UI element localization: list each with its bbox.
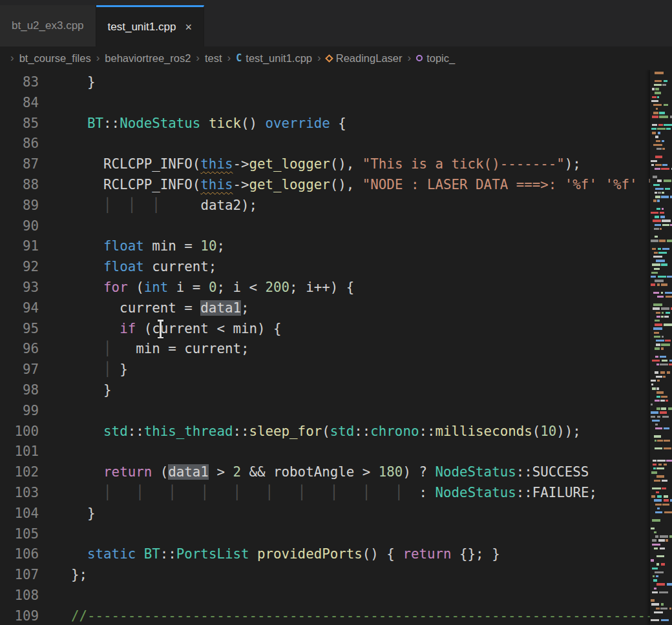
breadcrumb-bar: ›bt_course_files›behaviortree_ros2›test›… <box>0 46 672 70</box>
cpp-icon: C <box>236 52 242 64</box>
line-number: 109 <box>0 606 39 625</box>
code-line-106[interactable]: 106 static BT::PortsList providedPorts()… <box>0 544 672 565</box>
breadcrumb-item-behaviortree_ros2[interactable]: behaviortree_ros2 <box>105 52 191 65</box>
code-line-107[interactable]: 107}; <box>0 565 672 586</box>
breadcrumb-label: bt_course_files <box>19 52 91 65</box>
line-number: 96 <box>0 339 39 360</box>
tab-bt_u2_ex3.cpp[interactable]: bt_u2_ex3.cpp <box>0 5 96 46</box>
code-text: float current; <box>71 257 216 278</box>
line-number: 100 <box>0 422 39 442</box>
code-line-96[interactable]: 96 │ min = current; <box>0 339 672 360</box>
code-line-99[interactable]: 99 <box>0 401 672 422</box>
tab-test_unit1.cpp[interactable]: test_unit1.cpp× <box>96 5 204 46</box>
editor[interactable]: 83 }8485 BT::NodeStatus tick() override … <box>0 70 672 625</box>
code-text: RCLCPP_INFO(this->get_logger(), "This is… <box>71 154 581 175</box>
code-text: //--------------------------------------… <box>71 606 672 625</box>
breadcrumb-label: ReadingLaser <box>336 52 403 65</box>
chevron-right-icon: › <box>317 52 321 65</box>
line-number: 85 <box>0 114 39 134</box>
code-text: │ min = current; <box>71 339 249 360</box>
breadcrumb-item-test_unit1.cpp[interactable]: Ctest_unit1.cpp <box>236 52 312 65</box>
code-lines: 83 }8485 BT::NodeStatus tick() override … <box>0 70 672 625</box>
line-number: 104 <box>0 504 39 524</box>
line-number: 106 <box>0 544 39 565</box>
code-line-86[interactable]: 86 <box>0 134 672 154</box>
code-text: float min = 10; <box>71 236 225 257</box>
line-number: 102 <box>0 462 39 483</box>
code-text: } <box>71 380 112 401</box>
line-number: 83 <box>0 72 39 93</box>
code-line-92[interactable]: 92 float current; <box>0 257 672 278</box>
line-number: 107 <box>0 565 39 586</box>
code-line-109[interactable]: 109//-----------------------------------… <box>0 606 672 625</box>
tab-bar: bt_u2_ex3.cpptest_unit1.cpp× <box>0 0 672 46</box>
code-text: } <box>71 504 96 524</box>
code-text: return (data1 > 2 && robotAngle > 180) ?… <box>71 462 589 483</box>
symbol-icon <box>416 55 423 61</box>
code-line-93[interactable]: 93 for (int i = 0; i < 200; i++) { <box>0 278 672 298</box>
code-text: BT::NodeStatus tick() override { <box>71 114 346 134</box>
code-text: }; <box>71 565 87 586</box>
tab-label: bt_u2_ex3.cpp <box>12 19 84 32</box>
chevron-right-icon: › <box>96 52 100 65</box>
code-line-89[interactable]: 89 │ │ │ data2); <box>0 196 672 216</box>
code-text: current = data1; <box>71 298 249 319</box>
line-number: 98 <box>0 380 39 401</box>
line-number: 105 <box>0 524 39 545</box>
breadcrumb-label: behaviortree_ros2 <box>105 52 191 65</box>
minimap[interactable] <box>650 70 672 625</box>
line-number: 95 <box>0 319 39 340</box>
code-line-103[interactable]: 103 │ │ │ │ │ │ │ │ │ │ : NodeStatus::FA… <box>0 483 672 504</box>
breadcrumb-item-bt_course_files[interactable]: bt_course_files <box>19 52 91 65</box>
line-number: 88 <box>0 175 39 196</box>
code-text: std::this_thread::sleep_for(std::chrono:… <box>71 422 581 442</box>
line-number: 93 <box>0 278 39 298</box>
code-line-91[interactable]: 91 float min = 10; <box>0 236 672 257</box>
line-number: 97 <box>0 360 39 380</box>
chevron-right-icon: › <box>10 52 14 65</box>
tab-label: test_unit1.cpp <box>108 21 176 34</box>
code-line-94[interactable]: 94 current = data1; <box>0 298 672 319</box>
code-text: if (current < min) { <box>71 319 282 340</box>
code-line-108[interactable]: 108 <box>0 586 672 606</box>
breadcrumb-item-test[interactable]: test <box>205 52 222 65</box>
breadcrumb: ›bt_course_files›behaviortree_ros2›test›… <box>5 52 455 65</box>
breadcrumb-label: test_unit1.cpp <box>246 52 312 65</box>
code-line-97[interactable]: 97 │ } <box>0 360 672 380</box>
chevron-right-icon: › <box>407 52 411 65</box>
breadcrumb-item-topic_[interactable]: topic_ <box>416 52 455 65</box>
code-line-98[interactable]: 98 } <box>0 380 672 401</box>
line-number: 89 <box>0 196 39 216</box>
breadcrumb-item-ReadingLaser[interactable]: ReadingLaser <box>326 52 403 65</box>
code-line-87[interactable]: 87 RCLCPP_INFO(this->get_logger(), "This… <box>0 154 672 175</box>
code-line-83[interactable]: 83 } <box>0 72 672 93</box>
breadcrumb-label: test <box>205 52 222 65</box>
code-text: │ │ │ data2); <box>71 196 257 216</box>
code-line-95[interactable]: 95 if (current < min) { <box>0 319 672 340</box>
code-text: } <box>71 72 96 93</box>
line-number: 101 <box>0 442 39 462</box>
code-line-88[interactable]: 88 RCLCPP_INFO(this->get_logger(), "NODE… <box>0 175 672 196</box>
line-number: 94 <box>0 298 39 319</box>
breadcrumb-label: topic_ <box>426 52 455 65</box>
code-line-100[interactable]: 100 std::this_thread::sleep_for(std::chr… <box>0 422 672 442</box>
class-icon <box>325 54 333 63</box>
code-line-101[interactable]: 101 <box>0 442 672 462</box>
code-line-90[interactable]: 90 <box>0 216 672 237</box>
code-line-104[interactable]: 104 } <box>0 504 672 524</box>
code-line-105[interactable]: 105 <box>0 524 672 545</box>
tab-close-icon[interactable]: × <box>185 21 192 33</box>
code-line-102[interactable]: 102 return (data1 > 2 && robotAngle > 18… <box>0 462 672 483</box>
line-number: 87 <box>0 154 39 175</box>
line-number: 92 <box>0 257 39 278</box>
line-number: 91 <box>0 236 39 257</box>
minimap-row <box>650 619 672 622</box>
line-number: 99 <box>0 401 39 422</box>
code-text: │ } <box>71 360 128 380</box>
code-line-84[interactable]: 84 <box>0 93 672 114</box>
chevron-right-icon: › <box>196 52 200 65</box>
code-line-85[interactable]: 85 BT::NodeStatus tick() override { <box>0 114 672 134</box>
code-text: │ │ │ │ │ │ │ │ │ │ : NodeStatus::FAILUR… <box>71 483 597 504</box>
line-number: 103 <box>0 483 39 504</box>
line-number: 108 <box>0 586 39 606</box>
